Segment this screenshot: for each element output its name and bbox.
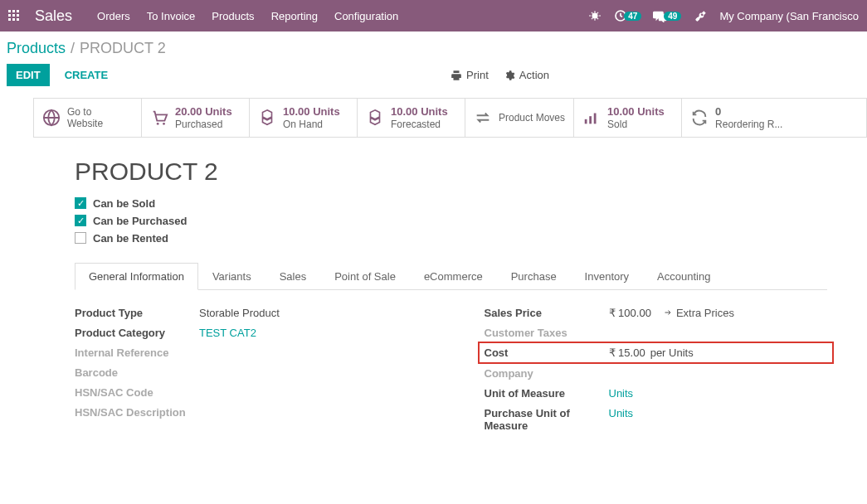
discuss-button[interactable]: 49 [653, 10, 681, 22]
sales-price-value: ₹ 100.00 [609, 307, 651, 319]
edit-button[interactable]: EDIT [7, 64, 50, 86]
puom-value[interactable]: Units [609, 407, 634, 419]
can-be-sold-checkbox[interactable]: ✓ [75, 197, 86, 209]
stat-sold[interactable]: 10.00 UnitsSold [574, 99, 682, 137]
left-col: Product TypeStorable Product Product Cat… [75, 307, 418, 439]
cubes-icon [258, 109, 276, 127]
gear-icon [504, 70, 515, 81]
nav-orders[interactable]: Orders [97, 10, 130, 22]
product-name: PRODUCT 2 [75, 158, 827, 186]
can-be-purchased-label: Can be Purchased [93, 215, 187, 227]
puom-label: Purchase Unit of Measure [485, 407, 609, 432]
can-be-rented-label: Can be Rented [93, 232, 168, 245]
nav-menu: Orders To Invoice Products Reporting Con… [97, 10, 398, 22]
tab-point-of-sale[interactable]: Point of Sale [320, 263, 410, 290]
stat-onhand[interactable]: 10.00 UnitsOn Hand [250, 99, 358, 137]
tab-variants[interactable]: Variants [198, 263, 265, 290]
tab-general-information[interactable]: General Information [75, 263, 198, 290]
stat-forecast[interactable]: 10.00 UnitsForecasted [358, 99, 465, 137]
extra-prices-button[interactable]: Extra Prices [663, 307, 734, 319]
right-col: Sales Price ₹ 100.00 Extra Prices Custom… [485, 307, 828, 439]
nav-configuration[interactable]: Configuration [334, 10, 398, 22]
stat-purchased[interactable]: 20.00 UnitsPurchased [142, 99, 250, 137]
stat-reorder-val: 0 [715, 105, 782, 119]
brand: Sales [35, 7, 72, 25]
can-be-rented-row: Can be Rented [75, 232, 827, 245]
stat-onhand-val: 10.00 Units [283, 105, 340, 119]
exchange-icon [474, 109, 492, 127]
uom-value[interactable]: Units [609, 387, 634, 400]
company-selector[interactable]: My Company (San Francisco [719, 10, 859, 22]
apps-icon[interactable] [8, 10, 20, 22]
print-icon [451, 70, 462, 81]
stat-reorder-lbl: Reordering R... [715, 119, 782, 130]
company-label: Company [485, 367, 609, 380]
breadcrumb-products[interactable]: Products [7, 40, 66, 57]
breadcrumb: Products / PRODUCT 2 [0, 32, 867, 59]
tab-purchase[interactable]: Purchase [497, 263, 571, 290]
bars-icon [582, 109, 601, 127]
product-type-label: Product Type [75, 307, 199, 319]
activity-badge: 47 [624, 12, 641, 21]
bug-icon[interactable] [587, 8, 602, 23]
arrow-right-icon [663, 308, 673, 317]
general-info-grid: Product TypeStorable Product Product Cat… [75, 307, 827, 439]
sales-price-label: Sales Price [485, 307, 609, 319]
action-row: EDIT CREATE Print Action [0, 59, 867, 98]
cost-label: Cost [485, 346, 609, 359]
can-be-sold-row: ✓ Can be Sold [75, 197, 827, 210]
print-button[interactable]: Print [451, 69, 489, 81]
stat-website-l2: Website [67, 118, 103, 129]
stat-moves[interactable]: Product Moves [465, 99, 574, 137]
action-center: Print Action [451, 69, 549, 81]
uom-label: Unit of Measure [485, 387, 609, 400]
stat-forecast-val: 10.00 Units [391, 105, 448, 119]
stat-website[interactable]: Go toWebsite [34, 99, 142, 137]
svg-rect-6 [589, 116, 592, 124]
product-type-value: Storable Product [199, 307, 280, 319]
product-category-value[interactable]: TEST CAT2 [199, 327, 256, 339]
stat-button-box: Go toWebsite 20.00 UnitsPurchased 10.00 … [33, 98, 867, 138]
extra-prices-label: Extra Prices [676, 307, 734, 319]
cart-icon [150, 109, 168, 127]
sheet-wrap: Go toWebsite 20.00 UnitsPurchased 10.00 … [0, 98, 867, 459]
activity-button[interactable]: 47 [614, 9, 641, 22]
can-be-purchased-checkbox[interactable]: ✓ [75, 215, 86, 226]
globe-icon [42, 109, 61, 127]
internal-reference-label: Internal Reference [75, 346, 199, 359]
wrench-icon[interactable] [693, 8, 708, 23]
nav-products[interactable]: Products [212, 10, 254, 22]
tab-sales[interactable]: Sales [265, 263, 321, 290]
stat-purchased-lbl: Purchased [175, 119, 232, 130]
can-be-sold-label: Can be Sold [93, 197, 155, 210]
stat-sold-lbl: Sold [607, 119, 665, 130]
tab-accounting[interactable]: Accounting [643, 263, 724, 290]
refresh-icon [690, 109, 709, 127]
product-category-label: Product Category [75, 327, 199, 339]
stat-reorder[interactable]: 0Reordering R... [682, 99, 866, 137]
nav-to-invoice[interactable]: To Invoice [147, 10, 196, 22]
tab-inventory[interactable]: Inventory [571, 263, 643, 290]
form-sheet: PRODUCT 2 ✓ Can be Sold ✓ Can be Purchas… [33, 138, 867, 459]
cost-unit: per Units [650, 346, 694, 359]
stat-onhand-lbl: On Hand [283, 119, 340, 130]
can-be-rented-checkbox[interactable] [75, 232, 86, 244]
stat-website-l1: Go to [67, 106, 103, 118]
action-label: Action [519, 69, 549, 81]
create-button[interactable]: CREATE [61, 65, 111, 85]
breadcrumb-current: PRODUCT 2 [80, 40, 166, 57]
nav-reporting[interactable]: Reporting [271, 10, 318, 22]
svg-rect-7 [594, 113, 597, 124]
cost-row-highlight: Cost ₹ 15.00 per Units [478, 342, 835, 364]
customer-taxes-label: Customer Taxes [485, 327, 609, 339]
tab-ecommerce[interactable]: eCommerce [410, 263, 497, 290]
action-button[interactable]: Action [504, 69, 549, 81]
topbar-right: 47 49 My Company (San Francisco [587, 8, 859, 23]
stat-moves-lbl: Product Moves [499, 112, 565, 124]
cubes-icon [366, 109, 384, 127]
tabs: General Information Variants Sales Point… [75, 263, 827, 290]
can-be-purchased-row: ✓ Can be Purchased [75, 215, 827, 227]
stat-sold-val: 10.00 Units [607, 105, 665, 119]
cost-value: ₹ 15.00 [609, 346, 645, 359]
svg-point-3 [157, 123, 159, 125]
